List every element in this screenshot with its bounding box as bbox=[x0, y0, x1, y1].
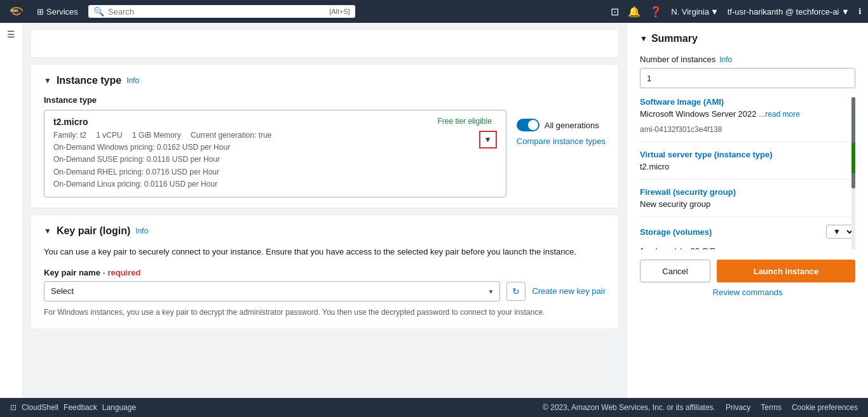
sidebar-toggle-button[interactable]: ☰ bbox=[7, 29, 15, 39]
collapse-summary-icon[interactable]: ▼ bbox=[640, 34, 648, 43]
review-commands-link[interactable]: Review commands bbox=[640, 288, 855, 297]
instance-vcpu: 1 vCPU bbox=[96, 131, 122, 140]
summary-divider-2 bbox=[640, 179, 855, 180]
region-label: N. Virginia bbox=[671, 7, 709, 17]
instance-type-summary-value: t2.micro bbox=[640, 162, 855, 171]
search-input[interactable] bbox=[108, 7, 325, 17]
summary-panel: ▼ Summary Number of instances Info Softw… bbox=[627, 23, 868, 398]
all-generations-row: All generations bbox=[517, 119, 606, 131]
user-menu[interactable]: tf-usr-harikanth @ techforce-ai ▼ bbox=[728, 7, 850, 17]
summary-title: ▼ Summary bbox=[640, 33, 855, 44]
required-indicator: required bbox=[107, 268, 140, 277]
number-of-instances-input[interactable] bbox=[640, 68, 855, 88]
instance-memory: 1 GiB Memory bbox=[132, 131, 181, 140]
refresh-key-pairs-button[interactable]: ↻ bbox=[506, 282, 526, 301]
notifications-icon[interactable]: 🔔 bbox=[628, 6, 641, 18]
summary-scrollable-area: Software Image (AMI) Microsoft Windows S… bbox=[640, 97, 855, 249]
help-icon[interactable]: ❓ bbox=[649, 6, 662, 18]
key-pair-description: You can use a key pair to securely conne… bbox=[44, 246, 606, 259]
storage-summary-value: 1 volume(s) - 30 GiB bbox=[640, 246, 855, 249]
instance-type-field-label: Instance type bbox=[44, 95, 606, 105]
instance-name: t2.micro bbox=[53, 117, 279, 127]
key-pair-select-row: Select ↻ Create new key pair bbox=[44, 281, 606, 301]
grid-icon: ⊞ bbox=[37, 7, 44, 17]
key-pair-header: ▼ Key pair (login) Info bbox=[44, 225, 606, 237]
refresh-icon: ↻ bbox=[512, 286, 520, 296]
instance-type-panel: ▼ Instance type Info Instance type t2.mi… bbox=[31, 64, 619, 208]
key-pair-select-wrapper: Select bbox=[44, 281, 500, 301]
scroll-thumb-active bbox=[851, 143, 855, 173]
info-icon[interactable]: ℹ bbox=[858, 7, 862, 16]
aws-logo[interactable]: aws bbox=[6, 1, 27, 22]
svg-text:aws: aws bbox=[11, 8, 18, 13]
ami-name-value: Microsoft Windows Server 2022 ...read mo… bbox=[640, 109, 855, 119]
create-new-key-pair-link[interactable]: Create new key pair bbox=[532, 286, 606, 296]
instance-type-title: Instance type bbox=[57, 75, 121, 86]
sidebar-toggle: ☰ bbox=[0, 23, 23, 398]
nav-right-section: ⊡ 🔔 ❓ N. Virginia ▼ tf-usr-harikanth @ t… bbox=[611, 6, 862, 18]
search-icon: 🔍 bbox=[93, 6, 104, 17]
free-tier-badge: Free tier eligible bbox=[437, 117, 491, 126]
key-pair-help-text: For Windows instances, you use a key pai… bbox=[44, 307, 606, 319]
software-image-link[interactable]: Software Image (AMI) bbox=[640, 97, 855, 107]
pricing-rhel: On-Demand RHEL pricing: 0.0716 USD per H… bbox=[53, 166, 279, 178]
all-generations-label: All generations bbox=[545, 121, 599, 130]
key-pair-select[interactable]: Select bbox=[44, 281, 500, 301]
instance-type-dropdown-button[interactable]: ▼ bbox=[479, 131, 497, 149]
instance-family: Family: t2 bbox=[53, 131, 86, 140]
key-pair-panel: ▼ Key pair (login) Info You can use a ke… bbox=[31, 215, 619, 329]
instance-type-options: All generations Compare instance types bbox=[517, 110, 606, 146]
ami-id-value: ami-04132f301c3e4f138 bbox=[640, 125, 855, 134]
pricing-linux: On-Demand Linux pricing: 0.0116 USD per … bbox=[53, 178, 279, 190]
chevron-down-icon: ▼ bbox=[710, 7, 719, 17]
key-pair-info-link[interactable]: Info bbox=[135, 227, 148, 235]
instance-type-summary-link[interactable]: Virtual server type (instance type) bbox=[640, 150, 855, 159]
services-menu-button[interactable]: ⊞ Services bbox=[33, 4, 82, 19]
instance-current-gen: Current generation: true bbox=[191, 131, 271, 140]
instance-type-info-link[interactable]: Info bbox=[126, 76, 139, 85]
pricing-suse: On-Demand SUSE pricing: 0.0116 USD per H… bbox=[53, 154, 279, 166]
instance-type-row: t2.micro Family: t2 1 vCPU 1 GiB Memory … bbox=[53, 117, 497, 190]
services-label: Services bbox=[46, 7, 78, 17]
summary-actions: Cancel Launch instance bbox=[640, 260, 855, 282]
cancel-button[interactable]: Cancel bbox=[640, 260, 710, 282]
instance-type-header: ▼ Instance type Info bbox=[44, 75, 606, 86]
key-pair-field-label: Key pair name - required bbox=[44, 268, 606, 277]
pricing-windows: On-Demand Windows pricing: 0.0162 USD pe… bbox=[53, 142, 279, 154]
firewall-summary-value: New security group bbox=[640, 199, 855, 209]
key-pair-title: Key pair (login) bbox=[57, 225, 130, 237]
instance-type-box: t2.micro Family: t2 1 vCPU 1 GiB Memory … bbox=[44, 110, 506, 197]
cloudshell-icon[interactable]: ⊡ bbox=[611, 6, 619, 18]
number-of-instances-label: Number of instances Info bbox=[640, 55, 855, 64]
partial-top-panel bbox=[31, 29, 619, 58]
firewall-summary-link[interactable]: Firewall (security group) bbox=[640, 187, 855, 197]
all-generations-toggle[interactable] bbox=[517, 119, 539, 131]
instance-details: Family: t2 1 vCPU 1 GiB Memory Current g… bbox=[53, 129, 279, 142]
main-content-area: ▼ Instance type Info Instance type t2.mi… bbox=[23, 23, 627, 398]
collapse-instance-icon[interactable]: ▼ bbox=[44, 76, 51, 85]
storage-summary-link[interactable]: Storage (volumes) bbox=[640, 227, 712, 237]
launch-instance-button[interactable]: Launch instance bbox=[717, 260, 855, 282]
collapse-key-pair-icon[interactable]: ▼ bbox=[44, 227, 51, 235]
summary-divider-3 bbox=[640, 216, 855, 217]
region-selector[interactable]: N. Virginia ▼ bbox=[671, 7, 719, 17]
instances-info-link[interactable]: Info bbox=[719, 55, 732, 64]
search-bar: 🔍 [Alt+S] bbox=[88, 5, 355, 18]
scroll-track bbox=[851, 97, 855, 249]
summary-divider-1 bbox=[640, 142, 855, 142]
page-container: ☰ ▼ Instance type Info Instance type t2.… bbox=[0, 23, 868, 398]
dropdown-chevron-icon: ▼ bbox=[484, 135, 492, 144]
search-shortcut: [Alt+S] bbox=[329, 8, 350, 15]
storage-summary-row: Storage (volumes) ▼ bbox=[640, 225, 855, 239]
compare-instance-types-link[interactable]: Compare instance types bbox=[517, 136, 606, 146]
top-navigation: aws ⊞ Services 🔍 [Alt+S] ⊡ 🔔 ❓ N. Virgin… bbox=[0, 0, 868, 23]
ami-read-more-link[interactable]: ...read more bbox=[759, 110, 800, 119]
